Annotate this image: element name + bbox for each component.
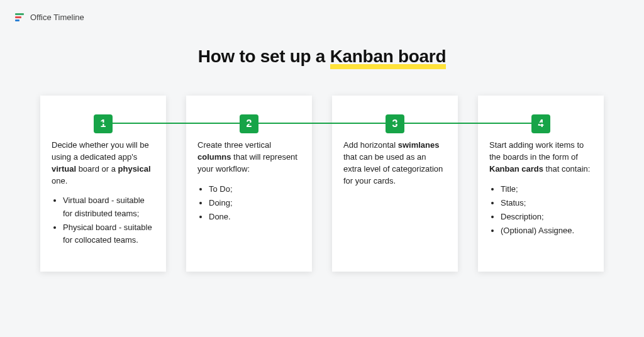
title-highlight: Kanban board	[330, 47, 447, 66]
list-item: Virtual board - suitable for distributed…	[63, 194, 155, 219]
brand-name: Office Timeline	[30, 13, 84, 22]
step-card-2: 2 Create three vertical columns that wil…	[186, 96, 312, 272]
steps-row: 1 Decide whether you will be using a ded…	[0, 96, 644, 272]
brand-icon	[15, 13, 25, 22]
step-badge: 3	[386, 114, 404, 133]
list-item: Title;	[501, 183, 592, 196]
title-highlight-wrapper: Kanban board	[330, 47, 447, 67]
list-item: To Do;	[209, 183, 301, 196]
step-description: Add horizontal swimlanes that can be use…	[343, 140, 447, 187]
step-badge: 4	[531, 114, 550, 133]
step-bullets: To Do;Doing;Done.	[197, 183, 301, 223]
list-item: Doing;	[209, 197, 301, 209]
step-bullets: Virtual board - suitable for distributed…	[52, 194, 155, 246]
step-description: Start adding work items to the boards in…	[489, 140, 592, 175]
list-item: Done.	[209, 211, 301, 223]
step-badge: 2	[240, 114, 258, 133]
list-item: Physical board - suitable for collocated…	[63, 221, 155, 246]
step-connector-line	[101, 123, 547, 124]
page-title: How to set up a Kanban board	[0, 47, 644, 67]
title-prefix: How to set up a	[198, 47, 330, 66]
step-description: Create three vertical columns that will …	[197, 140, 301, 175]
brand-logo: Office Timeline	[15, 13, 84, 22]
step-description: Decide whether you will be using a dedic…	[52, 140, 155, 187]
list-item: (Optional) Assignee.	[501, 224, 592, 237]
list-item: Description;	[501, 211, 592, 223]
step-card-1: 1 Decide whether you will be using a ded…	[40, 96, 166, 272]
step-badge: 1	[94, 114, 113, 133]
list-item: Status;	[501, 197, 592, 209]
step-card-3: 3 Add horizontal swimlanes that can be u…	[332, 96, 458, 272]
step-bullets: Title;Status;Description;(Optional) Assi…	[489, 183, 592, 238]
step-card-4: 4 Start adding work items to the boards …	[478, 96, 604, 272]
